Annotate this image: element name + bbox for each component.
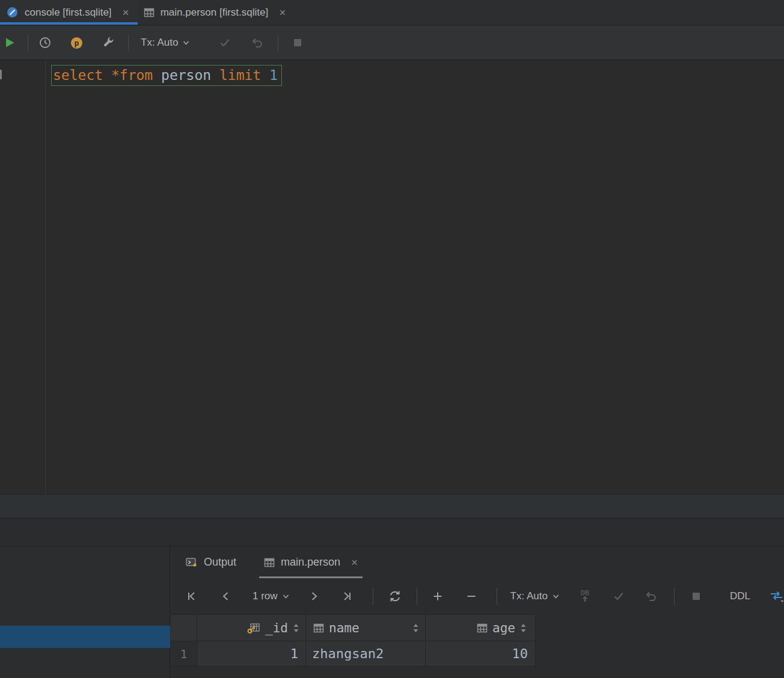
gutter-mark-icon <box>0 70 2 79</box>
chevron-down-icon <box>182 39 190 47</box>
key-column-icon <box>247 622 260 634</box>
p-badge-icon[interactable]: p <box>68 34 85 51</box>
chevron-down-icon <box>552 593 560 600</box>
sql-statement: select *from person limit 1 <box>51 65 282 86</box>
toolbar-divider <box>373 588 373 605</box>
page-size-dropdown[interactable]: 1 row <box>253 590 290 602</box>
settings-wrench-button[interactable] <box>100 34 117 51</box>
cell-id[interactable]: 1 <box>197 641 306 667</box>
close-icon[interactable]: × <box>123 7 129 18</box>
column-icon <box>313 623 324 634</box>
tree-selected-row[interactable] <box>0 626 170 648</box>
tx-mode-label: Tx: Auto <box>141 37 178 49</box>
table-row: 1 1 zhangsan2 10 <box>171 641 536 667</box>
column-header-name-label: name <box>329 621 360 635</box>
sort-arrows-icon <box>520 623 527 634</box>
result-rollback-button[interactable] <box>643 588 660 605</box>
console-file-icon <box>6 6 19 19</box>
editor-tab-main-person-label: main.person [first.sqlite] <box>161 7 269 19</box>
column-header-age-label: age <box>492 621 515 635</box>
column-header-id-label: _id <box>265 621 288 635</box>
tx-mode-dropdown[interactable]: Tx: Auto <box>141 37 190 49</box>
results-area: Output main.person × <box>171 546 784 678</box>
ddl-button[interactable]: DDL <box>730 590 750 602</box>
toolbar-divider <box>128 34 129 51</box>
commit-button[interactable] <box>216 34 233 51</box>
active-tab-underline <box>0 22 138 25</box>
history-clock-button[interactable] <box>37 34 54 51</box>
toolbar-divider <box>28 34 28 51</box>
output-icon <box>185 557 198 569</box>
editor-results-splitter[interactable] <box>0 494 784 518</box>
toolbar-divider <box>278 34 278 51</box>
result-commit-button[interactable] <box>610 588 627 605</box>
next-page-button[interactable] <box>305 588 322 605</box>
svg-text:p: p <box>74 38 79 47</box>
services-tree[interactable] <box>0 546 170 678</box>
column-icon <box>477 623 488 634</box>
chevron-down-icon <box>282 593 290 600</box>
editor-tab-main-person[interactable]: main.person [first.sqlite] × <box>138 0 295 25</box>
run-button[interactable] <box>1 34 18 51</box>
ide-window: console [first.sqlite] × main.person [fi… <box>0 0 784 678</box>
refresh-button[interactable] <box>387 588 403 605</box>
result-stop-button[interactable] <box>688 588 705 605</box>
column-header-id[interactable]: _id <box>197 615 306 641</box>
grid-corner-cell[interactable] <box>171 615 197 641</box>
console-toolbar: p Tx: Auto <box>0 26 784 60</box>
tab-result-main-person-label: main.person <box>281 556 340 569</box>
toolbar-divider <box>497 588 497 605</box>
stop-button[interactable] <box>289 34 306 51</box>
close-icon[interactable]: × <box>351 557 358 568</box>
tab-result-main-person[interactable]: main.person × <box>264 546 358 578</box>
editor-tab-console-label: console [first.sqlite] <box>25 7 112 19</box>
cell-age[interactable]: 10 <box>426 641 536 667</box>
submit-db-button[interactable]: DB <box>577 588 593 605</box>
editor-tab-console[interactable]: console [first.sqlite] × <box>0 0 138 25</box>
compare-arrows-button[interactable] <box>768 588 784 605</box>
sort-arrows-icon <box>412 623 419 634</box>
row-number-cell[interactable]: 1 <box>171 641 197 667</box>
delete-row-button[interactable] <box>463 588 480 605</box>
tab-output-label: Output <box>204 556 236 569</box>
first-page-button[interactable] <box>183 588 200 605</box>
sort-arrows-icon <box>293 623 299 634</box>
editor-gutter <box>0 61 46 494</box>
last-page-button[interactable] <box>339 588 356 605</box>
column-header-age[interactable]: age <box>426 615 536 641</box>
table-icon <box>144 7 155 18</box>
sql-editor[interactable]: select *from person limit 1 <box>0 61 784 494</box>
previous-page-button[interactable] <box>218 588 234 605</box>
toolbar-divider <box>417 588 417 605</box>
svg-text:DB: DB <box>581 590 589 596</box>
tab-output[interactable]: Output <box>185 546 236 578</box>
cell-name[interactable]: zhangsan2 <box>306 641 426 667</box>
close-icon[interactable]: × <box>279 7 286 18</box>
services-tool-window: Output main.person × <box>0 518 784 678</box>
page-size-label: 1 row <box>253 590 278 602</box>
result-tx-mode-dropdown[interactable]: Tx: Auto <box>510 590 560 602</box>
editor-tab-bar: console [first.sqlite] × main.person [fi… <box>0 0 784 25</box>
result-tx-mode-label: Tx: Auto <box>510 590 548 602</box>
toolbar-divider <box>674 588 675 605</box>
results-toolbar: 1 row <box>171 578 784 614</box>
rollback-button[interactable] <box>249 34 266 51</box>
add-row-button[interactable] <box>429 588 446 605</box>
table-icon <box>264 557 275 568</box>
results-tab-bar: Output main.person × <box>171 546 784 578</box>
column-header-name[interactable]: name <box>306 615 426 641</box>
result-grid: _id name <box>171 614 536 667</box>
grid-header-row: _id name <box>171 615 536 641</box>
editor-code-area[interactable]: select *from person limit 1 <box>46 61 282 494</box>
